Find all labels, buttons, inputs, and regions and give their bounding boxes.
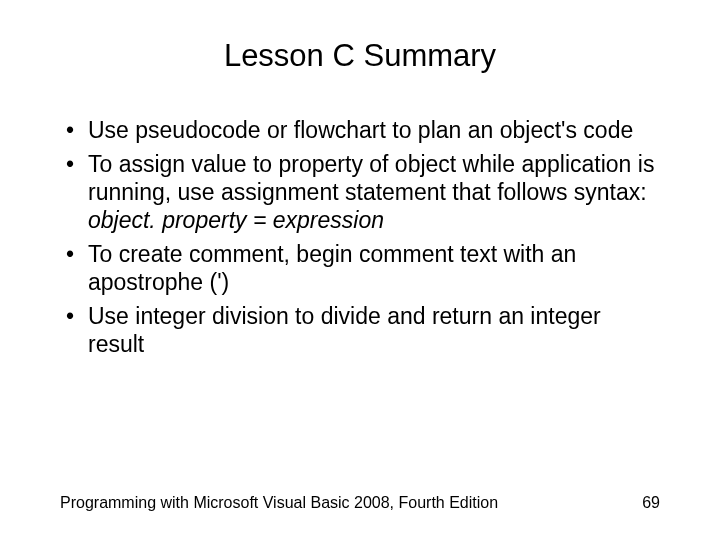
bullet-text: Use integer division to divide and retur… <box>88 303 601 357</box>
list-item: To assign value to property of object wh… <box>60 150 660 234</box>
list-item: Use integer division to divide and retur… <box>60 302 660 358</box>
bullet-text: Use pseudocode or flowchart to plan an o… <box>88 117 633 143</box>
bullet-list: Use pseudocode or flowchart to plan an o… <box>60 116 660 358</box>
slide: Lesson C Summary Use pseudocode or flowc… <box>0 0 720 540</box>
slide-title: Lesson C Summary <box>60 38 660 74</box>
list-item: To create comment, begin comment text wi… <box>60 240 660 296</box>
page-number: 69 <box>642 494 660 512</box>
bullet-text: To create comment, begin comment text wi… <box>88 241 576 295</box>
footer: Programming with Microsoft Visual Basic … <box>60 494 660 512</box>
footer-text: Programming with Microsoft Visual Basic … <box>60 494 498 512</box>
bullet-text: To assign value to property of object wh… <box>88 151 654 205</box>
list-item: Use pseudocode or flowchart to plan an o… <box>60 116 660 144</box>
syntax-text: object. property = expression <box>88 206 660 234</box>
